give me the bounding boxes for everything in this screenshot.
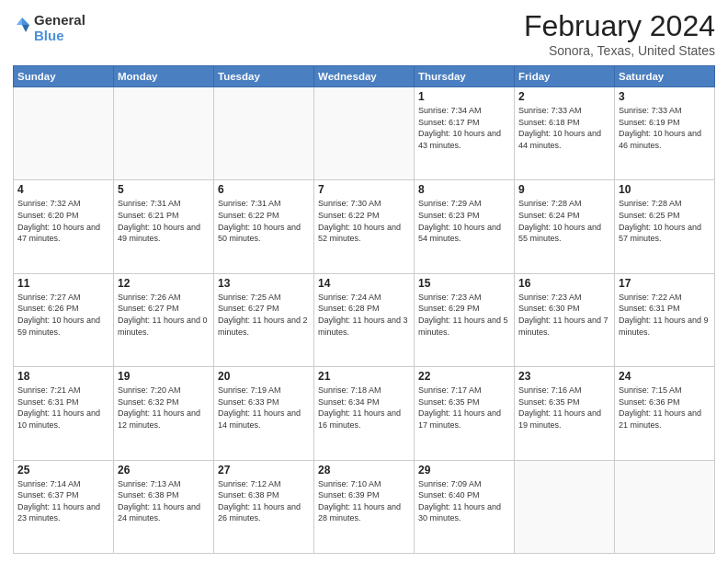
day-number: 16	[518, 277, 610, 290]
day-number: 21	[318, 370, 410, 383]
calendar-cell	[515, 460, 615, 553]
calendar-cell: 1Sunrise: 7:34 AMSunset: 6:17 PMDaylight…	[415, 87, 515, 180]
day-info: Sunrise: 7:28 AMSunset: 6:25 PMDaylight:…	[619, 198, 711, 244]
calendar-cell: 18Sunrise: 7:21 AMSunset: 6:31 PMDayligh…	[14, 367, 114, 460]
day-info: Sunrise: 7:15 AMSunset: 6:36 PMDaylight:…	[619, 385, 711, 431]
day-number: 24	[619, 370, 711, 383]
day-number: 12	[118, 277, 210, 290]
weekday-header-wednesday: Wednesday	[314, 66, 415, 87]
week-row-1: 1Sunrise: 7:34 AMSunset: 6:17 PMDaylight…	[14, 87, 715, 180]
day-number: 14	[318, 277, 410, 290]
day-number: 27	[218, 464, 310, 477]
day-number: 18	[17, 370, 109, 383]
day-info: Sunrise: 7:22 AMSunset: 6:31 PMDaylight:…	[619, 292, 711, 338]
weekday-header-monday: Monday	[114, 66, 214, 87]
day-number: 8	[418, 183, 510, 196]
calendar-cell: 26Sunrise: 7:13 AMSunset: 6:38 PMDayligh…	[114, 460, 214, 553]
day-info: Sunrise: 7:12 AMSunset: 6:38 PMDaylight:…	[218, 478, 310, 524]
svg-marker-1	[22, 25, 29, 32]
logo: General Blue	[13, 13, 85, 43]
calendar-cell: 17Sunrise: 7:22 AMSunset: 6:31 PMDayligh…	[615, 273, 715, 366]
day-number: 29	[418, 464, 510, 477]
day-info: Sunrise: 7:27 AMSunset: 6:26 PMDaylight:…	[17, 292, 109, 338]
day-info: Sunrise: 7:31 AMSunset: 6:21 PMDaylight:…	[118, 198, 210, 244]
calendar-cell	[615, 460, 715, 553]
calendar-cell: 5Sunrise: 7:31 AMSunset: 6:21 PMDaylight…	[114, 180, 214, 273]
logo-text: General Blue	[34, 13, 85, 43]
day-number: 10	[619, 183, 711, 196]
day-number: 17	[619, 277, 711, 290]
day-info: Sunrise: 7:33 AMSunset: 6:18 PMDaylight:…	[518, 105, 610, 151]
day-info: Sunrise: 7:21 AMSunset: 6:31 PMDaylight:…	[17, 385, 109, 431]
calendar-cell: 21Sunrise: 7:18 AMSunset: 6:34 PMDayligh…	[314, 367, 415, 460]
week-row-5: 25Sunrise: 7:14 AMSunset: 6:37 PMDayligh…	[14, 460, 715, 553]
calendar-cell: 25Sunrise: 7:14 AMSunset: 6:37 PMDayligh…	[14, 460, 114, 553]
calendar-cell	[214, 87, 314, 180]
calendar-cell: 23Sunrise: 7:16 AMSunset: 6:35 PMDayligh…	[515, 367, 615, 460]
weekday-header-row: SundayMondayTuesdayWednesdayThursdayFrid…	[14, 66, 715, 87]
day-number: 25	[17, 464, 109, 477]
calendar-cell: 16Sunrise: 7:23 AMSunset: 6:30 PMDayligh…	[515, 273, 615, 366]
day-info: Sunrise: 7:23 AMSunset: 6:30 PMDaylight:…	[518, 292, 610, 338]
day-info: Sunrise: 7:14 AMSunset: 6:37 PMDaylight:…	[17, 478, 109, 524]
weekday-header-thursday: Thursday	[415, 66, 515, 87]
calendar-cell: 22Sunrise: 7:17 AMSunset: 6:35 PMDayligh…	[415, 367, 515, 460]
header: General Blue February 2024 Sonora, Texas…	[13, 9, 715, 58]
day-info: Sunrise: 7:13 AMSunset: 6:38 PMDaylight:…	[118, 478, 210, 524]
calendar-table: SundayMondayTuesdayWednesdayThursdayFrid…	[13, 65, 715, 554]
day-number: 11	[17, 277, 109, 290]
weekday-header-saturday: Saturday	[615, 66, 715, 87]
calendar-cell: 10Sunrise: 7:28 AMSunset: 6:25 PMDayligh…	[615, 180, 715, 273]
day-number: 19	[118, 370, 210, 383]
day-number: 9	[518, 183, 610, 196]
calendar-cell: 3Sunrise: 7:33 AMSunset: 6:19 PMDaylight…	[615, 87, 715, 180]
calendar-cell: 29Sunrise: 7:09 AMSunset: 6:40 PMDayligh…	[415, 460, 515, 553]
day-number: 20	[218, 370, 310, 383]
calendar-cell: 12Sunrise: 7:26 AMSunset: 6:27 PMDayligh…	[114, 273, 214, 366]
day-info: Sunrise: 7:33 AMSunset: 6:19 PMDaylight:…	[619, 105, 711, 151]
day-number: 22	[418, 370, 510, 383]
week-row-2: 4Sunrise: 7:32 AMSunset: 6:20 PMDaylight…	[14, 180, 715, 273]
calendar-cell	[314, 87, 415, 180]
week-row-3: 11Sunrise: 7:27 AMSunset: 6:26 PMDayligh…	[14, 273, 715, 366]
calendar-cell: 28Sunrise: 7:10 AMSunset: 6:39 PMDayligh…	[314, 460, 415, 553]
weekday-header-tuesday: Tuesday	[214, 66, 314, 87]
day-info: Sunrise: 7:28 AMSunset: 6:24 PMDaylight:…	[518, 198, 610, 244]
calendar-cell: 19Sunrise: 7:20 AMSunset: 6:32 PMDayligh…	[114, 367, 214, 460]
calendar-cell: 11Sunrise: 7:27 AMSunset: 6:26 PMDayligh…	[14, 273, 114, 366]
day-info: Sunrise: 7:25 AMSunset: 6:27 PMDaylight:…	[218, 292, 310, 338]
calendar-cell	[114, 87, 214, 180]
day-number: 4	[17, 183, 109, 196]
calendar-cell: 15Sunrise: 7:23 AMSunset: 6:29 PMDayligh…	[415, 273, 515, 366]
calendar-cell: 2Sunrise: 7:33 AMSunset: 6:18 PMDaylight…	[515, 87, 615, 180]
day-info: Sunrise: 7:31 AMSunset: 6:22 PMDaylight:…	[218, 198, 310, 244]
calendar-cell: 8Sunrise: 7:29 AMSunset: 6:23 PMDaylight…	[415, 180, 515, 273]
calendar-cell: 7Sunrise: 7:30 AMSunset: 6:22 PMDaylight…	[314, 180, 415, 273]
day-info: Sunrise: 7:10 AMSunset: 6:39 PMDaylight:…	[318, 478, 410, 524]
calendar-cell: 6Sunrise: 7:31 AMSunset: 6:22 PMDaylight…	[214, 180, 314, 273]
day-number: 2	[518, 90, 610, 103]
day-info: Sunrise: 7:16 AMSunset: 6:35 PMDaylight:…	[518, 385, 610, 431]
day-info: Sunrise: 7:23 AMSunset: 6:29 PMDaylight:…	[418, 292, 510, 338]
day-info: Sunrise: 7:34 AMSunset: 6:17 PMDaylight:…	[418, 105, 510, 151]
day-number: 26	[118, 464, 210, 477]
day-number: 28	[318, 464, 410, 477]
svg-marker-0	[22, 17, 29, 25]
day-info: Sunrise: 7:20 AMSunset: 6:32 PMDaylight:…	[118, 385, 210, 431]
day-number: 13	[218, 277, 310, 290]
day-info: Sunrise: 7:19 AMSunset: 6:33 PMDaylight:…	[218, 385, 310, 431]
day-number: 5	[118, 183, 210, 196]
logo-icon	[13, 16, 31, 41]
day-number: 6	[218, 183, 310, 196]
day-number: 15	[418, 277, 510, 290]
location-subtitle: Sonora, Texas, United States	[524, 43, 715, 58]
page: General Blue February 2024 Sonora, Texas…	[0, 0, 728, 563]
day-info: Sunrise: 7:18 AMSunset: 6:34 PMDaylight:…	[318, 385, 410, 431]
calendar-cell: 9Sunrise: 7:28 AMSunset: 6:24 PMDaylight…	[515, 180, 615, 273]
day-info: Sunrise: 7:09 AMSunset: 6:40 PMDaylight:…	[418, 478, 510, 524]
svg-marker-2	[17, 17, 22, 25]
day-number: 23	[518, 370, 610, 383]
week-row-4: 18Sunrise: 7:21 AMSunset: 6:31 PMDayligh…	[14, 367, 715, 460]
weekday-header-sunday: Sunday	[14, 66, 114, 87]
calendar-cell: 24Sunrise: 7:15 AMSunset: 6:36 PMDayligh…	[615, 367, 715, 460]
